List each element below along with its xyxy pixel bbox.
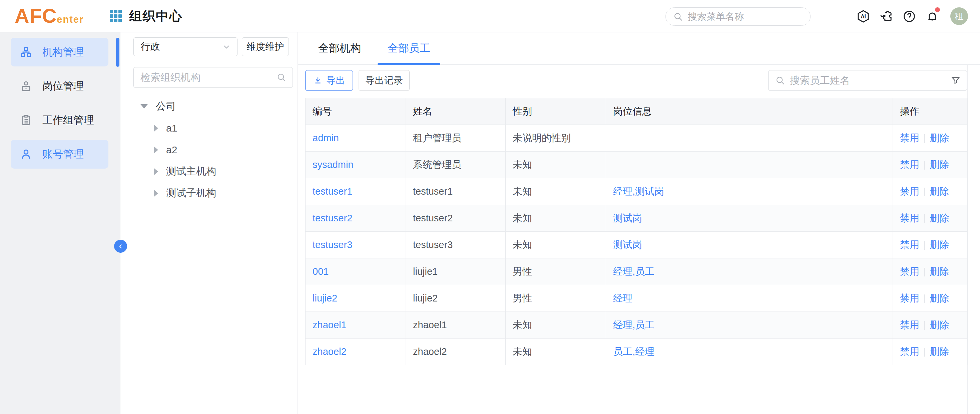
employee-gender: 男性 (506, 258, 606, 285)
employee-name: testuser3 (406, 232, 506, 258)
sidebar-item-account-management[interactable]: 账号管理 (11, 140, 108, 169)
disable-link[interactable]: 禁用 (900, 293, 919, 304)
table-row: testuser2testuser2未知测试岗禁用删除 (305, 205, 968, 232)
position-link[interactable]: 经理,员工 (613, 266, 654, 277)
employee-positions: 测试岗 (606, 205, 893, 232)
menu-search-placeholder: 搜索菜单名称 (688, 10, 744, 23)
caret-right-icon[interactable] (154, 168, 158, 175)
caret-right-icon[interactable] (154, 146, 158, 153)
tree-node-label: a1 (166, 123, 177, 134)
sidebar-item-label: 工作组管理 (42, 113, 94, 127)
employee-name: zhaoel2 (406, 339, 506, 365)
employee-id-link[interactable]: admin (313, 133, 339, 143)
table-row: testuser3testuser3未知测试岗禁用删除 (305, 232, 968, 258)
employee-positions: 经理,测试岗 (606, 178, 893, 205)
tree-node-root[interactable]: 公司 (121, 96, 298, 117)
tree-node[interactable]: 测试主机构 (121, 161, 298, 182)
disable-link[interactable]: 禁用 (900, 240, 919, 250)
row-actions: 禁用删除 (893, 258, 968, 285)
employee-id-link[interactable]: zhaoel2 (313, 346, 347, 357)
dimension-select-value: 行政 (141, 40, 160, 53)
delete-link[interactable]: 删除 (930, 240, 949, 250)
sidebar-item-position-management[interactable]: 岗位管理 (11, 72, 108, 101)
org-search-input[interactable]: 检索组织机构 (134, 67, 293, 88)
employee-id-link[interactable]: sysadmin (313, 159, 353, 170)
delete-link[interactable]: 删除 (930, 266, 949, 277)
employee-id-link[interactable]: liujie2 (313, 293, 337, 304)
caret-down-icon[interactable] (140, 104, 148, 109)
user-avatar[interactable]: 租 (950, 7, 968, 25)
org-sitemap-icon (20, 46, 32, 58)
table-row: admin租户管理员未说明的性别禁用删除 (305, 125, 968, 152)
export-records-button[interactable]: 导出记录 (359, 70, 410, 91)
position-link[interactable]: 测试岗 (613, 240, 642, 250)
delete-link[interactable]: 删除 (930, 346, 949, 357)
chevron-down-icon (222, 42, 231, 51)
employee-positions: 经理,员工 (606, 258, 893, 285)
employee-id-link[interactable]: testuser1 (313, 186, 352, 197)
notification-bell-icon[interactable] (925, 10, 939, 23)
caret-right-icon[interactable] (154, 190, 158, 197)
delete-link[interactable]: 删除 (930, 159, 949, 170)
tree-node[interactable]: a2 (121, 139, 298, 161)
delete-link[interactable]: 删除 (930, 186, 949, 197)
table-row: testuser1testuser1未知经理,测试岗禁用删除 (305, 178, 968, 205)
table-row: zhaoel2zhaoel2未知员工,经理禁用删除 (305, 339, 968, 365)
employee-name: testuser1 (406, 178, 506, 205)
export-button[interactable]: 导出 (305, 70, 353, 91)
tab-all-employees[interactable]: 全部员工 (378, 32, 440, 65)
sidebar-item-org-management[interactable]: 机构管理 (11, 38, 108, 66)
disable-link[interactable]: 禁用 (900, 186, 919, 197)
row-actions: 禁用删除 (893, 178, 968, 205)
employee-name: testuser2 (406, 205, 506, 232)
disable-link[interactable]: 禁用 (900, 159, 919, 170)
table-toolbar: 导出 导出记录 搜索员工姓名 (298, 65, 980, 98)
column-header-actions: 操作 (893, 98, 968, 125)
sidebar-item-workgroup-management[interactable]: 工作组管理 (11, 106, 108, 134)
dimension-select[interactable]: 行政 (134, 37, 237, 56)
collapse-panel-button[interactable] (114, 240, 127, 253)
user-icon (20, 148, 32, 160)
position-link[interactable]: 经理,测试岗 (613, 186, 664, 197)
sidebar-nav: 机构管理 岗位管理 工作组管 (0, 32, 121, 414)
tree-node[interactable]: a1 (121, 117, 298, 139)
ai-assistant-icon[interactable]: AI (856, 10, 870, 23)
disable-link[interactable]: 禁用 (900, 266, 919, 277)
tree-node-label: 公司 (156, 99, 176, 113)
sidebar-item-label: 机构管理 (42, 45, 84, 59)
delete-link[interactable]: 删除 (930, 133, 949, 143)
dimension-maintain-button[interactable]: 维度维护 (242, 37, 289, 56)
delete-link[interactable]: 删除 (930, 293, 949, 304)
employee-name: liujie1 (406, 258, 506, 285)
employee-id-link[interactable]: testuser3 (313, 240, 352, 250)
delete-link[interactable]: 删除 (930, 320, 949, 330)
org-tree: 公司 a1a2测试主机构测试子机构 (121, 96, 298, 204)
delete-link[interactable]: 删除 (930, 213, 949, 223)
disable-link[interactable]: 禁用 (900, 346, 919, 357)
filter-icon[interactable] (951, 75, 961, 85)
employee-search-input[interactable]: 搜索员工姓名 (768, 70, 967, 91)
row-actions: 禁用删除 (893, 312, 968, 339)
position-link[interactable]: 员工,经理 (613, 346, 654, 357)
position-link[interactable]: 经理,员工 (613, 320, 654, 330)
disable-link[interactable]: 禁用 (900, 213, 919, 223)
employee-name: zhaoel1 (406, 312, 506, 339)
employee-id-link[interactable]: testuser2 (313, 213, 352, 223)
employee-id-link[interactable]: 001 (313, 266, 329, 277)
disable-link[interactable]: 禁用 (900, 320, 919, 330)
help-icon[interactable] (902, 10, 916, 23)
tab-bar: 全部机构 全部员工 (298, 32, 980, 65)
position-link[interactable]: 经理 (613, 293, 632, 304)
table-row: liujie2liujie2男性经理禁用删除 (305, 285, 968, 312)
tab-all-organizations[interactable]: 全部机构 (308, 32, 371, 65)
caret-right-icon[interactable] (154, 125, 158, 132)
employee-id-link[interactable]: zhaoel1 (313, 320, 347, 330)
employee-gender: 未知 (506, 152, 606, 178)
menu-search-input[interactable]: 搜索菜单名称 (665, 7, 811, 26)
tree-node[interactable]: 测试子机构 (121, 182, 298, 204)
brand-logo[interactable]: AFC enter (15, 6, 84, 26)
row-actions: 禁用删除 (893, 339, 968, 365)
plugin-icon[interactable] (879, 10, 893, 23)
position-link[interactable]: 测试岗 (613, 213, 642, 223)
disable-link[interactable]: 禁用 (900, 133, 919, 143)
